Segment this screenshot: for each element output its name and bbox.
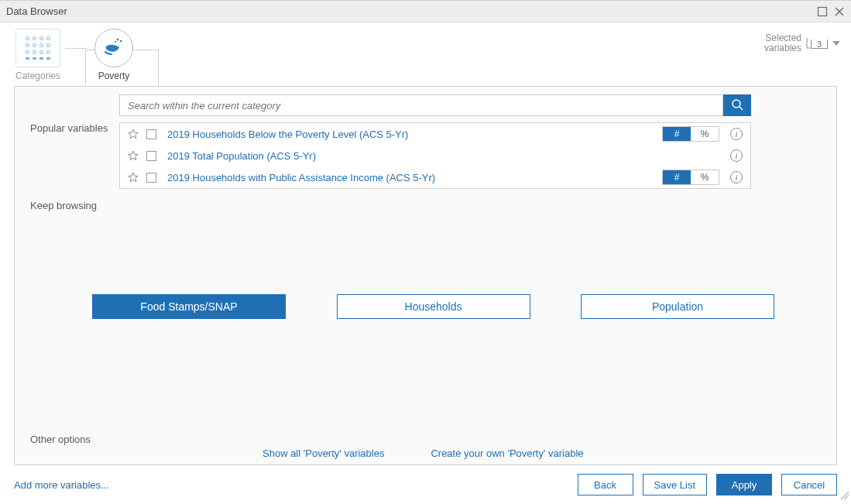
info-icon[interactable]: i: [730, 128, 743, 140]
chevron-down-icon: [832, 41, 840, 46]
variable-checkbox[interactable]: [146, 151, 156, 161]
save-list-button[interactable]: Save List: [643, 474, 707, 495]
categories-icon: [26, 36, 51, 60]
svg-line-9: [739, 107, 743, 110]
variable-name-link[interactable]: 2019 Households Below the Poverty Level …: [167, 129, 662, 140]
browse-category-button[interactable]: Households: [337, 294, 530, 319]
variable-name-link[interactable]: 2019 Total Population (ACS 5-Yr): [167, 150, 727, 162]
favorite-star-icon[interactable]: [128, 172, 139, 183]
other-options-links: Show all 'Poverty' variables Create your…: [263, 447, 584, 459]
breadcrumb-separator: [65, 29, 87, 67]
section-other-label: Other options: [30, 434, 91, 445]
breadcrumb-poverty[interactable]: Poverty: [87, 29, 141, 81]
show-all-link[interactable]: Show all 'Poverty' variables: [263, 447, 384, 459]
number-percent-toggle[interactable]: #%: [662, 170, 719, 185]
breadcrumb-categories[interactable]: Categories: [11, 29, 65, 81]
info-icon[interactable]: i: [730, 149, 743, 162]
titlebar: Data Browser: [0, 1, 851, 22]
svg-point-5: [115, 40, 116, 42]
create-variable-link[interactable]: Create your own 'Poverty' variable: [431, 447, 583, 459]
section-popular-label: Popular variables: [30, 122, 108, 134]
selected-label-2: variables: [764, 43, 801, 53]
svg-marker-12: [129, 173, 138, 182]
add-more-variables-link[interactable]: Add more variables...: [14, 479, 109, 491]
selected-variables-tray[interactable]: Selected variables 3: [764, 33, 840, 53]
window-title: Data Browser: [6, 5, 67, 17]
breadcrumb-categories-label: Categories: [15, 70, 60, 81]
variable-name-link[interactable]: 2019 Households with Public Assistance I…: [167, 172, 662, 183]
selected-count: 3: [811, 39, 828, 49]
cancel-button[interactable]: Cancel: [781, 474, 837, 495]
svg-marker-11: [129, 151, 138, 160]
resize-handle-icon[interactable]: [840, 491, 849, 502]
svg-point-8: [733, 100, 740, 108]
footer: Add more variables... Back Save List App…: [0, 465, 851, 504]
data-browser-window: Data Browser Categories: [0, 0, 851, 504]
info-icon[interactable]: i: [730, 171, 743, 183]
variable-checkbox[interactable]: [146, 173, 156, 183]
main-panel: Popular variables Keep browsing Other op…: [14, 86, 837, 465]
variable-row: 2019 Total Population (ACS 5-Yr)i: [120, 145, 750, 166]
svg-marker-10: [129, 129, 138, 139]
search-input[interactable]: [119, 94, 723, 116]
browse-category-button[interactable]: Population: [581, 294, 774, 319]
apply-button[interactable]: Apply: [716, 474, 772, 495]
search-button[interactable]: [723, 94, 751, 116]
variable-row: 2019 Households with Public Assistance I…: [120, 166, 750, 188]
section-browse-label: Keep browsing: [30, 200, 97, 211]
browse-category-button[interactable]: Food Stamps/SNAP: [92, 294, 286, 319]
close-icon[interactable]: [834, 6, 845, 17]
back-button[interactable]: Back: [578, 474, 633, 495]
browse-category-buttons: Food Stamps/SNAPHouseholdsPopulation: [92, 294, 774, 319]
svg-point-4: [120, 39, 122, 42]
popular-variables-list: 2019 Households Below the Poverty Level …: [119, 122, 751, 189]
search-icon: [731, 98, 743, 113]
breadcrumb-poverty-label: Poverty: [98, 70, 130, 81]
favorite-star-icon[interactable]: [128, 129, 139, 139]
favorite-star-icon[interactable]: [128, 150, 139, 161]
variable-checkbox[interactable]: [146, 129, 156, 139]
svg-point-3: [117, 38, 119, 40]
poverty-icon: [102, 36, 125, 61]
svg-rect-0: [818, 7, 827, 15]
number-percent-toggle[interactable]: #%: [662, 126, 719, 142]
maximize-icon[interactable]: [817, 6, 828, 17]
breadcrumb: Categories Poverty Selected: [0, 22, 851, 86]
variable-row: 2019 Households Below the Poverty Level …: [120, 123, 750, 145]
cart-icon: 3: [806, 38, 828, 49]
